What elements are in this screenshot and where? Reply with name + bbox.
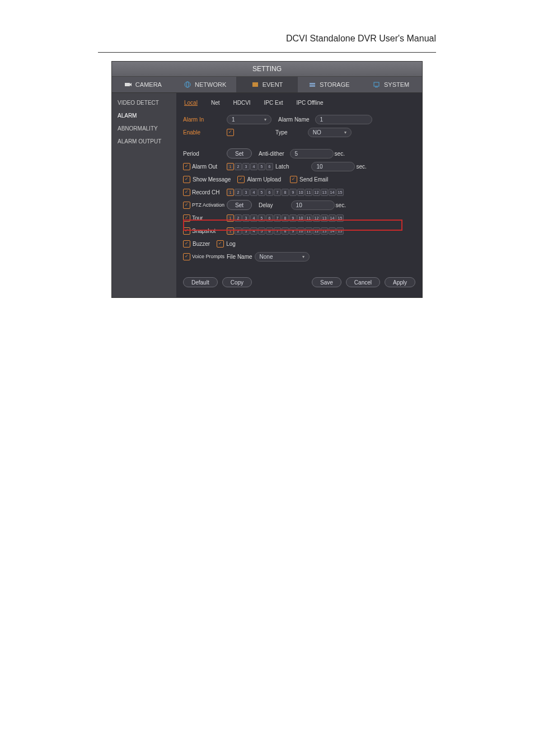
tour-channels[interactable]: 123456789101112131415 [227, 214, 344, 222]
file-name-select[interactable]: None ▾ [255, 252, 310, 262]
content-panel: Local Net HDCVI IPC Ext IPC Offline Alar… [176, 93, 422, 297]
type-select[interactable]: NO ▾ [308, 128, 352, 137]
record-channels[interactable]: 123456789101112131415 [227, 189, 344, 196]
sidebar-item-video-detect[interactable]: VIDEO DETECT [112, 96, 176, 109]
default-button[interactable]: Default [183, 277, 218, 287]
page-title: DCVI Standalone DVR User's Manual [0, 0, 534, 49]
alarm-name-input[interactable]: 1 [315, 115, 372, 124]
voice-prompts-text: Voice Prompts [192, 254, 224, 259]
sub-tab-ipc-ext[interactable]: IPC Ext [264, 100, 283, 106]
system-icon [373, 81, 381, 88]
storage-icon [308, 81, 316, 88]
sidebar-item-alarm-output[interactable]: ALARM OUTPUT [112, 135, 176, 148]
tour-label: ✓Tour [183, 214, 227, 222]
alarm-out-channels[interactable]: 123456 [227, 163, 273, 170]
buzzer-label: Buzzer [193, 241, 210, 247]
enable-label: Enable [183, 129, 227, 136]
buzzer-checkbox[interactable]: ✓ [183, 240, 190, 248]
tour-text: Tour [192, 215, 203, 221]
log-checkbox[interactable]: ✓ [217, 240, 224, 248]
alarm-out-text: Alarm Out [192, 164, 217, 170]
ptz-set-button[interactable]: Set [227, 200, 252, 210]
svg-point-2 [185, 82, 190, 87]
alarm-name-label: Alarm Name [278, 116, 310, 123]
ptz-checkbox[interactable]: ✓ [183, 202, 190, 209]
apply-button[interactable]: Apply [385, 277, 415, 287]
delay-input[interactable]: 10 [291, 200, 335, 210]
divider [98, 52, 436, 53]
anti-dither-label: Anti-dither [259, 151, 284, 157]
alarm-out-checkbox[interactable]: ✓ [183, 163, 190, 170]
latch-value: 10 [316, 164, 322, 170]
period-set-button[interactable]: Set [227, 148, 252, 158]
ptz-text: PTZ Activation [192, 202, 224, 208]
tab-network[interactable]: NETWORK [174, 77, 236, 92]
show-message-label: Show Message [193, 176, 231, 183]
tab-label: CAMERA [135, 81, 162, 88]
sub-tab-ipc-offline[interactable]: IPC Offline [297, 100, 324, 106]
tour-checkbox[interactable]: ✓ [183, 214, 190, 222]
chevron-down-icon: ▾ [344, 130, 346, 135]
svg-rect-8 [375, 87, 378, 87]
tab-label: NETWORK [195, 81, 226, 88]
sidebar-item-alarm[interactable]: ALARM [112, 109, 176, 122]
record-ch-text: Record CH [192, 189, 219, 195]
tab-system[interactable]: SYSTEM [360, 77, 422, 92]
log-label: Log [226, 241, 236, 247]
sidebar-item-abnormality[interactable]: ABNORMALITY [112, 122, 176, 135]
alarm-upload-checkbox[interactable]: ✓ [237, 176, 245, 183]
enable-checkbox[interactable]: ✓ [227, 129, 234, 136]
record-ch-checkbox[interactable]: ✓ [183, 189, 190, 196]
file-name-label: File Name [227, 254, 252, 260]
snapshot-text: Snapshot [192, 228, 216, 234]
alarm-upload-label: Alarm Upload [247, 176, 281, 183]
svg-rect-7 [374, 82, 379, 86]
chevron-down-icon: ▾ [264, 117, 266, 122]
svg-marker-1 [130, 83, 132, 86]
delay-label: Delay [259, 202, 273, 208]
save-button[interactable]: Save [312, 277, 341, 287]
svg-rect-6 [310, 85, 315, 87]
svg-point-3 [186, 82, 189, 87]
sub-tab-local[interactable]: Local [184, 100, 198, 106]
tab-storage[interactable]: STORAGE [298, 77, 360, 92]
alarm-in-select[interactable]: 1 ▾ [227, 115, 271, 124]
svg-rect-5 [310, 83, 315, 85]
snapshot-label: ✓Snapshot [183, 227, 227, 235]
sub-tab-hdcvi[interactable]: HDCVI [233, 100, 250, 106]
type-value: NO [313, 129, 321, 136]
tab-label: EVENT [263, 81, 283, 88]
tab-camera[interactable]: CAMERA [112, 77, 174, 92]
show-message-checkbox[interactable]: ✓ [183, 176, 190, 183]
alarm-in-value: 1 [232, 116, 235, 123]
anti-dither-value: 5 [295, 151, 298, 157]
window-title: SETTING [112, 62, 422, 77]
svg-rect-0 [125, 83, 130, 86]
tab-event[interactable]: EVENT [236, 77, 298, 92]
snapshot-channels[interactable]: 123456789101112131415 [227, 227, 344, 235]
anti-dither-input[interactable]: 5 [290, 149, 334, 158]
app-window: SETTING CAMERA NETWORK EVENT STORAGE [111, 61, 423, 298]
sec-label: sec. [335, 151, 345, 157]
period-label: Period [183, 151, 227, 157]
record-ch-label: ✓Record CH [183, 189, 227, 196]
send-email-label: Send Email [299, 176, 328, 183]
voice-prompts-checkbox[interactable]: ✓ [183, 253, 190, 260]
top-tabs: CAMERA NETWORK EVENT STORAGE SYSTEM [112, 77, 422, 93]
svg-rect-4 [252, 82, 258, 87]
network-icon [184, 81, 191, 88]
sub-tab-net[interactable]: Net [211, 100, 220, 106]
sidebar: VIDEO DETECT ALARM ABNORMALITY ALARM OUT… [112, 93, 176, 297]
file-name-value: None [260, 254, 273, 260]
delay-value: 10 [296, 202, 302, 208]
tab-label: STORAGE [320, 81, 350, 88]
ptz-activation-label: ✓PTZ Activation [183, 202, 227, 209]
alarm-in-label: Alarm In [183, 116, 227, 123]
copy-button[interactable]: Copy [222, 277, 252, 287]
snapshot-checkbox[interactable]: ✓ [183, 227, 190, 235]
latch-input[interactable]: 10 [311, 162, 355, 171]
sub-tabs: Local Net HDCVI IPC Ext IPC Offline [183, 97, 415, 111]
send-email-checkbox[interactable]: ✓ [290, 176, 297, 183]
cancel-button[interactable]: Cancel [346, 277, 380, 287]
camera-icon [124, 81, 132, 88]
